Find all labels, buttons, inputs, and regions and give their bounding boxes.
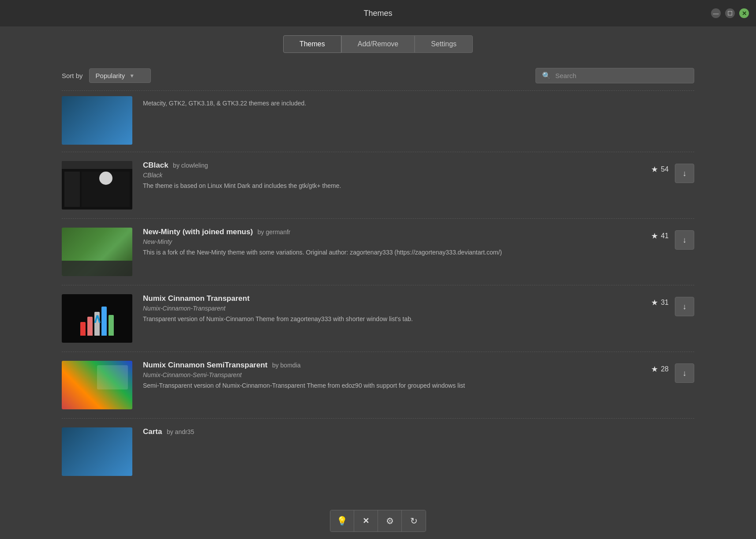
theme-actions: ★ 41 ↓ — [638, 228, 694, 250]
thumb-visual — [62, 361, 132, 409]
theme-thumbnail — [62, 96, 132, 145]
tab-add-remove[interactable]: Add/Remove — [341, 35, 415, 53]
rating-count: 54 — [661, 165, 669, 173]
theme-subtitle: Numix-Cinnamon-Semi-Transparent — [143, 371, 627, 378]
theme-thumbnail — [62, 361, 132, 409]
theme-info: Metacity, GTK2, GTK3.18, & GTK3.22 theme… — [143, 96, 694, 107]
download-icon: ↓ — [683, 169, 687, 178]
search-input[interactable] — [555, 72, 688, 79]
theme-description: The theme is based on Linux Mint Dark an… — [143, 181, 627, 191]
close-button[interactable]: ✕ — [739, 8, 749, 18]
star-icon: ★ — [651, 298, 658, 307]
download-button[interactable]: ↓ — [675, 297, 694, 316]
refresh-button[interactable]: ↻ — [402, 510, 426, 532]
partial-description: Metacity, GTK2, GTK3.18, & GTK3.22 theme… — [143, 96, 694, 107]
download-icon: ↓ — [683, 302, 687, 311]
list-item: ∧ Numix Cinnamon Transparent Numix-Cinna… — [62, 285, 694, 352]
sort-dropdown[interactable]: Popularity ▼ — [89, 68, 151, 83]
list-item: CBlack by clowleling CBlack The theme is… — [62, 152, 694, 219]
content-area: Metacity, GTK2, GTK3.18, & GTK3.22 theme… — [62, 90, 694, 503]
download-button[interactable]: ↓ — [675, 363, 694, 383]
theme-author: by clowleling — [173, 162, 208, 169]
theme-title-line: Numix Cinnamon Transparent — [143, 294, 627, 303]
theme-description: This is a fork of the New-Minty theme wi… — [143, 248, 627, 257]
list-item: Carta by andr35 — [62, 419, 694, 479]
thumb-visual: ∧ — [62, 294, 132, 343]
download-button[interactable]: ↓ — [675, 164, 694, 183]
theme-rating: ★ 31 — [638, 294, 669, 307]
rating-count: 31 — [661, 299, 669, 307]
theme-rating: ★ 41 — [638, 228, 669, 241]
theme-author: by andr35 — [167, 428, 194, 435]
theme-actions: ★ 28 ↓ — [638, 361, 694, 383]
list-item: Metacity, GTK2, GTK3.18, & GTK3.22 theme… — [62, 90, 694, 152]
theme-subtitle: New-Minty — [143, 238, 627, 245]
theme-title-line: CBlack by clowleling — [143, 161, 627, 170]
gear-icon: ⚙ — [386, 516, 394, 526]
maximize-button[interactable]: ☐ — [725, 8, 735, 18]
settings-button[interactable]: ⚙ — [378, 510, 402, 532]
window-title: Themes — [363, 9, 392, 18]
theme-thumbnail — [62, 427, 132, 476]
theme-thumbnail — [62, 228, 132, 276]
theme-info: Carta by andr35 — [143, 427, 694, 436]
tab-themes[interactable]: Themes — [283, 35, 341, 53]
theme-name: CBlack — [143, 161, 168, 169]
theme-description: Transparent version of Numix-Cinnamon Th… — [143, 314, 627, 324]
arch-logo: ∧ — [93, 311, 102, 326]
window-controls: — ☐ ✕ — [711, 8, 749, 18]
remove-icon: ✕ — [363, 516, 369, 526]
theme-info: Numix Cinnamon Transparent Numix-Cinnamo… — [143, 294, 627, 324]
theme-rating: ★ 54 — [638, 161, 669, 174]
chevron-down-icon: ▼ — [129, 73, 135, 79]
theme-rating: ★ 28 — [638, 361, 669, 374]
theme-title-line: New-Minty (with joined menus) by germanf… — [143, 228, 627, 236]
theme-info: Numix Cinnamon SemiTransparent by bomdia… — [143, 361, 627, 390]
theme-thumbnail: ∧ — [62, 294, 132, 343]
theme-title-line: Numix Cinnamon SemiTransparent by bomdia — [143, 361, 627, 370]
sort-value: Popularity — [96, 72, 125, 79]
refresh-icon: ↻ — [410, 516, 418, 526]
download-icon: ↓ — [683, 236, 687, 245]
info-icon: 💡 — [337, 516, 348, 526]
theme-subtitle: Numix-Cinnamon-Transparent — [143, 305, 627, 312]
theme-description: Semi-Transparent version of Numix-Cinnam… — [143, 381, 627, 390]
download-icon: ↓ — [683, 369, 687, 378]
bottom-toolbar: 💡 ✕ ⚙ ↻ — [0, 503, 756, 539]
tab-settings[interactable]: Settings — [415, 35, 473, 53]
theme-thumbnail — [62, 161, 132, 210]
theme-name: New-Minty (with joined menus) — [143, 228, 253, 236]
titlebar: Themes — ☐ ✕ — [0, 0, 756, 26]
toolbar: Sort by Popularity ▼ 🔍 — [0, 61, 756, 90]
sort-label: Sort by — [62, 72, 83, 79]
search-icon: 🔍 — [542, 71, 551, 80]
remove-button[interactable]: ✕ — [354, 510, 378, 532]
theme-list: Metacity, GTK2, GTK3.18, & GTK3.22 theme… — [62, 90, 694, 479]
theme-actions: ★ 54 ↓ — [638, 161, 694, 183]
tab-group: Themes Add/Remove Settings — [283, 35, 473, 53]
star-icon: ★ — [651, 231, 658, 241]
info-button[interactable]: 💡 — [330, 510, 354, 532]
tab-bar: Themes Add/Remove Settings — [0, 26, 756, 61]
minimize-button[interactable]: — — [711, 8, 721, 18]
theme-subtitle: CBlack — [143, 172, 627, 179]
theme-info: New-Minty (with joined menus) by germanf… — [143, 228, 627, 257]
theme-name: Numix Cinnamon Transparent — [143, 294, 250, 303]
bottom-btn-group: 💡 ✕ ⚙ ↻ — [330, 510, 426, 532]
thumb-visual — [62, 228, 132, 276]
theme-info: CBlack by clowleling CBlack The theme is… — [143, 161, 627, 191]
star-icon: ★ — [651, 364, 658, 374]
thumb-visual — [62, 96, 132, 145]
thumb-visual — [62, 161, 132, 210]
theme-name: Carta — [143, 427, 162, 436]
rating-count: 41 — [661, 232, 669, 240]
thumb-visual — [62, 427, 132, 476]
theme-author: by germanfr — [258, 228, 291, 236]
search-box: 🔍 — [535, 68, 694, 83]
download-button[interactable]: ↓ — [675, 230, 694, 250]
rating-count: 28 — [661, 365, 669, 373]
theme-actions: ★ 31 ↓ — [638, 294, 694, 316]
star-icon: ★ — [651, 165, 658, 174]
list-item: New-Minty (with joined menus) by germanf… — [62, 219, 694, 285]
theme-name: Numix Cinnamon SemiTransparent — [143, 361, 267, 369]
